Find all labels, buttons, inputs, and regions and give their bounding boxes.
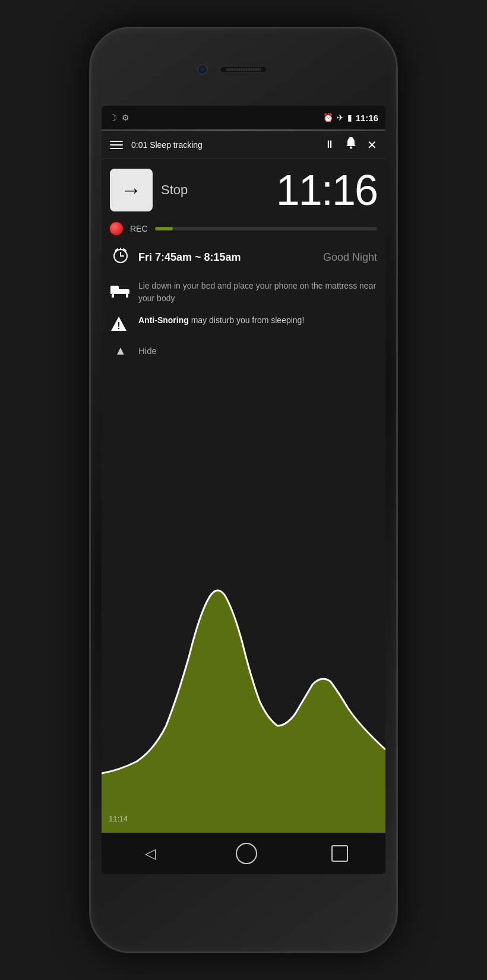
good-night-label: Good Night <box>323 251 377 264</box>
alarm-bell-icon <box>344 137 358 150</box>
phone-top-hardware <box>197 64 290 75</box>
status-right-icons: ⏰ ✈ ▮ 11:16 <box>323 113 378 123</box>
alarm-time: Fri 7:45am ~ 8:15am <box>138 251 316 264</box>
moon-icon: ☽ <box>109 112 117 124</box>
chart-time-label: 11:14 <box>109 814 128 823</box>
phone-device: ☽ ⚙ ⏰ ✈ ▮ 11:16 0:01 Sleep tracking ⏸ <box>89 27 398 953</box>
menu-button[interactable] <box>110 141 123 149</box>
status-bar: ☽ ⚙ ⏰ ✈ ▮ 11:16 <box>102 106 385 129</box>
instruction-text: Lie down in your bed and place your phon… <box>138 280 377 305</box>
alarm-clock-icon <box>110 246 131 269</box>
warning-text: Anti-Snoring may disturb you from sleepi… <box>138 314 304 327</box>
top-section: → Stop 11:16 <box>102 159 385 217</box>
notification-title: 0:01 Sleep tracking <box>131 140 324 150</box>
alarm-status-icon: ⏰ <box>323 113 333 122</box>
rec-label: REC <box>130 224 148 233</box>
back-button[interactable]: ◁ <box>139 839 162 868</box>
warning-icon: ! <box>110 315 131 336</box>
stop-arrow-icon: → <box>121 178 142 203</box>
pause-button[interactable]: ⏸ <box>324 138 335 151</box>
rec-progress-fill <box>155 227 173 230</box>
notification-actions: ⏸ ✕ <box>324 137 377 153</box>
rec-row: REC <box>102 217 385 240</box>
camera <box>197 64 208 75</box>
close-button[interactable]: ✕ <box>367 138 377 152</box>
svg-rect-11 <box>110 286 112 294</box>
status-time: 11:16 <box>356 113 378 123</box>
bell-button[interactable] <box>344 137 358 153</box>
stop-label: Stop <box>161 182 188 198</box>
svg-text:!: ! <box>117 321 120 331</box>
bed-icon <box>110 281 131 301</box>
home-button[interactable] <box>236 843 257 864</box>
phone-screen: ☽ ⚙ ⏰ ✈ ▮ 11:16 0:01 Sleep tracking ⏸ <box>102 106 385 874</box>
airplane-icon: ✈ <box>337 113 344 122</box>
warning-rest: may disturb you from sleeping! <box>189 315 305 325</box>
svg-point-0 <box>350 147 352 149</box>
instruction-row: Lie down in your bed and place your phon… <box>102 275 385 309</box>
sensor <box>279 64 290 75</box>
android-icon: ⚙ <box>122 113 129 122</box>
notification-bar: 0:01 Sleep tracking ⏸ ✕ <box>102 131 385 159</box>
alarm-row: Fri 7:45am ~ 8:15am Good Night <box>102 240 385 275</box>
rec-progress-bar <box>155 227 377 230</box>
warning-row: ! Anti-Snoring may disturb you from slee… <box>102 309 385 340</box>
hide-row[interactable]: ▲ Hide <box>102 340 385 361</box>
battery-icon: ▮ <box>347 113 352 122</box>
sleep-chart: 11:14 <box>102 524 385 833</box>
main-content: → Stop 11:16 REC <box>102 159 385 833</box>
speaker <box>220 66 267 73</box>
sleep-chart-svg <box>102 524 385 833</box>
warning-bold: Anti-Snoring <box>138 315 189 325</box>
up-arrow-icon: ▲ <box>110 344 131 358</box>
stop-button[interactable]: → <box>110 169 153 211</box>
svg-rect-10 <box>126 294 128 298</box>
hide-label: Hide <box>138 346 157 356</box>
big-clock: 11:16 <box>276 169 377 211</box>
rec-dot-icon <box>110 222 123 235</box>
svg-rect-9 <box>112 294 114 298</box>
status-left-icons: ☽ ⚙ <box>109 112 129 124</box>
recent-button[interactable] <box>331 845 348 862</box>
bottom-nav: ◁ <box>102 833 385 874</box>
